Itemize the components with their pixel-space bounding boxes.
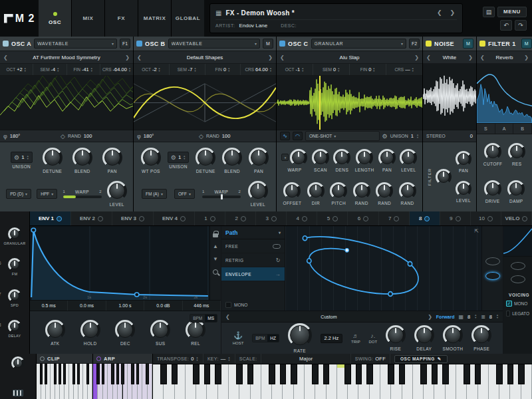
lfo-option-envelope[interactable]: ENVELOPE→ [221,267,285,281]
osc-c-pan-knob[interactable] [378,149,396,166]
env-time-mode-toggle[interactable]: BPM MS [190,314,217,323]
piano-key-black[interactable] [344,364,351,384]
mod-drag-ring[interactable] [98,216,103,221]
lfo-next-shape[interactable]: ❯ [428,314,432,320]
lfo-rise-knob[interactable] [386,325,406,345]
noise-pan-knob[interactable] [456,151,471,167]
osc-a-prev-wavetable[interactable]: ❮ [3,55,8,61]
piano-key-black[interactable] [399,364,406,384]
env-attack-value[interactable]: 0.5 ms [30,301,68,311]
mod-drag-ring[interactable] [57,216,62,221]
piano-key-black[interactable] [518,364,525,384]
piano-key-black[interactable] [54,364,57,384]
osc-c-warp-mode-select[interactable]: ▾ [281,154,289,161]
mod-drag-ring[interactable] [394,216,399,221]
mod-drag-ring[interactable] [241,216,246,221]
voicing-legato-checkbox[interactable] [506,311,510,317]
osc-a-fin-control[interactable]: FIN-41▲▼ [67,64,100,75]
osc-c-grain-shape-icon[interactable]: ∿ [280,132,290,140]
main-keyboard[interactable] [153,364,532,399]
lfo-ellipse-tool-icon[interactable] [485,257,500,265]
osc-a-detune-knob[interactable] [43,148,63,168]
osc-b-phase-icon[interactable]: φ [137,133,141,140]
scale-select[interactable]: Major [261,354,350,364]
mod-source-knob[interactable] [8,320,21,333]
piano-key-black[interactable] [146,364,148,384]
lfo-option-free[interactable]: FREE [221,239,285,253]
tab-lfo-3[interactable]: 3 [256,211,287,225]
preset-next-button[interactable]: ❯ [448,9,457,16]
osc-c-prev-sample[interactable]: ❮ [280,55,285,61]
piano-key-black[interactable] [86,364,89,384]
osc-a-filter-mode-select[interactable]: HPF▾ [37,189,57,199]
osc-a-mode-select[interactable]: WAVETABLE▾ [34,39,117,49]
noise-next-sample[interactable]: ❯ [468,55,473,61]
osc-a-unison-stepper[interactable]: ⚙ 1 ▲▼ [11,152,33,163]
lfo-phase-knob[interactable] [471,325,491,345]
piano-key-black[interactable] [366,364,373,384]
osc-a-pan-knob[interactable] [102,148,122,168]
top-tab-osc[interactable]: OSC [39,0,71,37]
tab-env-1[interactable]: ENV 1 [30,211,71,225]
master-mini-knob[interactable] [11,356,25,370]
lfo-popout-icon[interactable]: ⇱ [474,228,479,234]
noise-filter-knob[interactable] [436,169,452,185]
mod-drag-ring[interactable] [363,216,368,221]
env-bpm-option[interactable]: BPM [190,315,205,322]
osc-c-unison-value[interactable]: 1 [411,133,414,139]
piano-key-black[interactable] [96,364,99,384]
lfo-mono-checkbox[interactable] [225,302,231,308]
mod-source-fm[interactable]: 6FM [8,258,21,276]
lfo-rate-value[interactable]: 2.2 Hz [321,334,343,343]
lfo-prev-shape[interactable]: ❮ [225,314,230,320]
mod-source-knob[interactable] [8,289,21,303]
env-zoom-out-icon[interactable]: ▼ [212,255,219,263]
osc-a-unison-gear-icon[interactable]: ⚙ [14,154,19,161]
osc-c-warp-knob[interactable] [290,149,307,166]
clip-mini-keyboard[interactable] [37,364,92,399]
lfo-rate-mode-toggle[interactable]: BPM HZ [252,334,279,342]
env-release-value[interactable]: 446 ms [183,301,221,311]
lfo-bpm-option[interactable]: BPM [253,334,267,342]
osc-c-playhead[interactable] [319,76,321,130]
env-sustain-knob[interactable] [150,320,170,340]
piano-key-black[interactable] [172,364,178,384]
lfo-grid-y-value[interactable]: 8 [489,314,492,320]
osc-b-wavetable-name[interactable]: Default Shapes [144,55,266,61]
filter-1-drive-knob[interactable] [484,180,501,198]
osc-c-mode-select[interactable]: GRANULAR▾ [311,39,406,49]
osc-b-level-knob[interactable] [248,181,268,201]
env-ms-option[interactable]: MS [205,315,217,322]
osc-c-unison-gear-icon[interactable]: ⚙ [382,133,388,140]
osc-a-blend-knob[interactable] [72,148,92,168]
key-control[interactable]: KEY: — ▲▼ [203,354,235,364]
mod-source-knob[interactable] [8,227,21,241]
osc-c-route-button[interactable]: F2 [409,39,420,49]
piano-key-black[interactable] [312,364,319,384]
osc-a-oct-control[interactable]: OCT+2▲▼ [0,64,33,75]
voicing-mono-checkbox[interactable]: ✓ [506,301,512,307]
lfo-anchor-icon[interactable]: ⚓ [233,331,243,340]
filter-1-prev-type[interactable]: ❮ [480,55,485,61]
top-tab-global[interactable]: GLOBAL [172,0,204,37]
lfo-path-editor[interactable]: ⇱ [285,226,481,311]
osc-b-rand-value[interactable]: 100 [222,133,231,139]
osc-a-random-phase-icon[interactable]: ◇ [61,133,65,140]
osc-b-pan-knob[interactable] [249,148,269,168]
piano-key-black[interactable] [356,364,362,384]
osc-c-sem-control[interactable]: SEM0▲▼ [313,64,350,75]
env-hold-knob[interactable] [80,320,100,340]
piano-key-black[interactable] [236,364,243,384]
lfo-shape-mode-select[interactable]: Path▾ [221,226,285,239]
osc-c-power-toggle[interactable] [279,41,285,47]
filter-1-type-name[interactable]: Reverb [487,55,522,61]
noise-route-button[interactable]: M [463,39,473,49]
piano-key-black[interactable] [496,364,503,384]
tab-env-3[interactable]: ENV 3 [112,211,154,225]
piano-key-black[interactable] [59,364,61,384]
osc-a-phase-icon[interactable]: φ [3,133,7,140]
lfo-triplet-toggle[interactable]: ♬TRIP [351,332,360,344]
piano-key-black[interactable] [77,364,80,384]
tab-lfo-1[interactable]: 1 [195,211,225,225]
filter-1-next-type[interactable]: ❯ [524,55,529,61]
